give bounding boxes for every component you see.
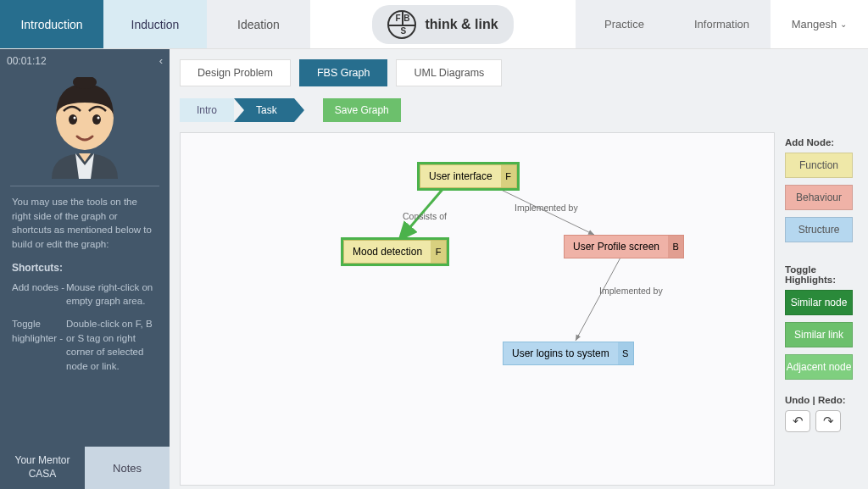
- content-area: Design Problem FBS Graph UML Diagrams In…: [170, 49, 868, 489]
- brand-pill: FBS think & link: [372, 5, 513, 44]
- svg-point-2: [69, 114, 77, 125]
- nav-introduction[interactable]: Introduction: [0, 0, 103, 48]
- undo-redo-heading: Undo | Redo:: [785, 395, 858, 405]
- redo-button[interactable]: ↷: [815, 410, 841, 432]
- nav-induction[interactable]: Induction: [103, 0, 207, 48]
- node-mood-detection[interactable]: Mood detection F: [343, 240, 447, 264]
- svg-point-3: [92, 114, 101, 125]
- node-label: User logins to system: [504, 342, 618, 364]
- node-tag-f[interactable]: F: [431, 241, 446, 263]
- sidebar: 00:01:12 ‹ You may use the tools on the: [0, 49, 170, 489]
- toggle-similar-node-button[interactable]: Similar node: [785, 290, 853, 315]
- brand-text: think & link: [425, 17, 498, 32]
- edge-label-implemented-by-2[interactable]: Implemented by: [599, 286, 663, 296]
- toggle-similar-link-button[interactable]: Similar link: [785, 322, 853, 347]
- node-user-interface[interactable]: User interface F: [420, 164, 517, 188]
- mentor-avatar: [43, 77, 126, 179]
- shortcut-add-nodes-val: Mouse right-click on empty graph area.: [66, 281, 158, 308]
- node-tag-f[interactable]: F: [501, 165, 516, 187]
- nav-ideation[interactable]: Ideation: [207, 0, 310, 48]
- edge-label-consists-of[interactable]: Consists of: [403, 211, 447, 221]
- add-node-heading: Add Node:: [785, 137, 858, 147]
- brand-logo: FBS: [387, 10, 416, 39]
- node-user-logins[interactable]: User logins to system S: [503, 342, 634, 365]
- svg-point-4: [74, 117, 76, 119]
- shortcut-toggle-key: Toggle highlighter -: [12, 317, 66, 374]
- redo-icon: ↷: [823, 414, 834, 429]
- graph-canvas[interactable]: User interface F Mood detection F User P…: [180, 132, 775, 486]
- sidebar-intro-text: You may use the tools on the right side …: [0, 195, 170, 262]
- sidebar-mentor-tab[interactable]: Your MentorCASA: [0, 447, 85, 489]
- nav-user-menu[interactable]: Mangesh ⌄: [771, 0, 868, 48]
- node-tag-s[interactable]: S: [618, 342, 633, 364]
- collapse-sidebar-icon[interactable]: ‹: [159, 54, 163, 67]
- add-behaviour-button[interactable]: Behaviour: [785, 185, 853, 210]
- nav-practice[interactable]: Practice: [576, 0, 673, 48]
- sidebar-notes-tab[interactable]: Notes: [85, 447, 170, 489]
- nav-user-label: Mangesh: [792, 18, 837, 31]
- node-label: User Profile screen: [565, 236, 668, 258]
- nav-information[interactable]: Information: [673, 0, 771, 48]
- node-tag-b[interactable]: B: [668, 236, 683, 258]
- edge-label-implemented-by-1[interactable]: Implemented by: [515, 203, 578, 213]
- node-user-profile-screen[interactable]: User Profile screen B: [564, 235, 684, 258]
- breadcrumb-intro[interactable]: Intro: [180, 98, 234, 122]
- node-label: User interface: [420, 165, 501, 187]
- subtab-design-problem[interactable]: Design Problem: [180, 59, 291, 86]
- content-subtabs: Design Problem FBS Graph UML Diagrams: [180, 59, 858, 86]
- shortcut-add-nodes-key: Add nodes -: [12, 281, 66, 308]
- add-function-button[interactable]: Function: [785, 153, 853, 178]
- top-nav: Introduction Induction Ideation FBS thin…: [0, 0, 868, 49]
- breadcrumb-task[interactable]: Task: [234, 98, 294, 122]
- toggle-adjacent-node-button[interactable]: Adjacent node: [785, 354, 853, 380]
- shortcut-toggle-val: Double-click on F, B or S tag on right c…: [66, 317, 158, 374]
- subtab-fbs-graph[interactable]: FBS Graph: [299, 59, 388, 86]
- chevron-down-icon: ⌄: [840, 19, 847, 29]
- tools-panel: Add Node: Function Behaviour Structure T…: [783, 132, 858, 486]
- svg-line-8: [576, 256, 621, 341]
- toggle-highlights-heading: Toggle Highlights:: [785, 264, 858, 285]
- brand-area: FBS think & link: [310, 0, 576, 48]
- undo-button[interactable]: ↶: [785, 410, 810, 432]
- nav-right: Practice Information Mangesh ⌄: [576, 0, 868, 48]
- breadcrumb: Intro Task: [180, 98, 294, 122]
- session-timer: 00:01:12: [7, 55, 47, 67]
- subtab-uml-diagrams[interactable]: UML Diagrams: [396, 59, 502, 86]
- save-graph-button[interactable]: Save Graph: [323, 98, 401, 122]
- undo-icon: ↶: [793, 414, 804, 429]
- svg-point-5: [97, 117, 100, 119]
- shortcuts-heading: Shortcuts:: [0, 262, 170, 281]
- add-structure-button[interactable]: Structure: [785, 217, 853, 242]
- node-label: Mood detection: [344, 241, 431, 263]
